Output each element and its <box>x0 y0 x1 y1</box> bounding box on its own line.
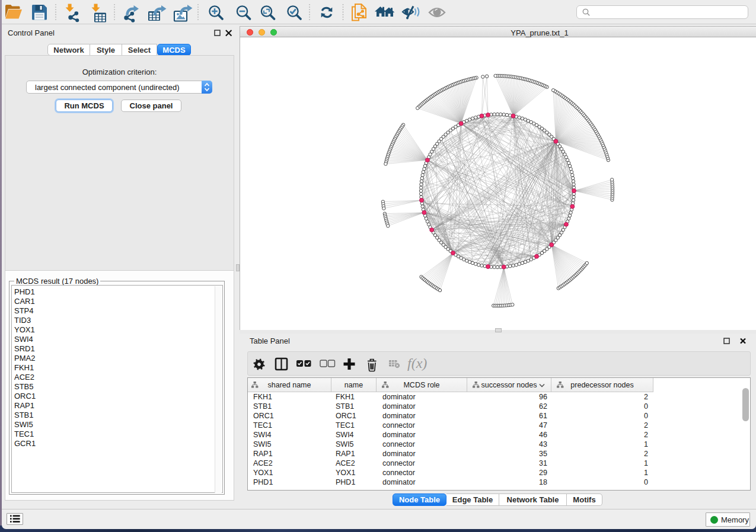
svg-text:f(x): f(x) <box>407 355 427 371</box>
